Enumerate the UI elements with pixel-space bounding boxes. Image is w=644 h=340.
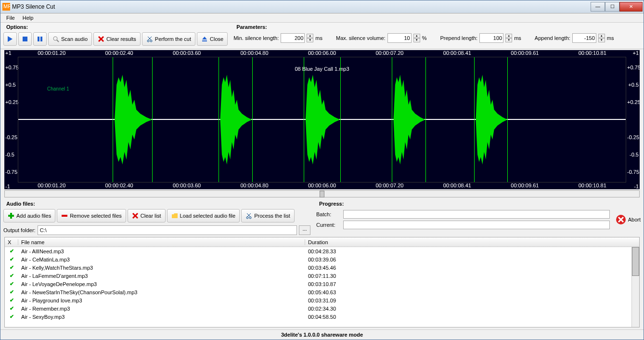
- svg-rect-3: [23, 37, 27, 41]
- waveform-burst: [219, 70, 252, 170]
- waveform-plot: 08 Blue Jay Call 1.mp3 Channel 1: [18, 57, 626, 183]
- scan-audio-button[interactable]: Scan audio: [48, 32, 92, 46]
- file-list-header: X File name Duration: [5, 237, 639, 247]
- check-icon: ✔: [5, 281, 18, 287]
- menu-help[interactable]: Help: [19, 14, 38, 22]
- app-icon: MP3: [2, 3, 10, 11]
- min-silence-spinner[interactable]: ▲▼: [307, 34, 313, 42]
- process-list-button[interactable]: Process the list: [241, 209, 295, 222]
- check-icon: ✔: [5, 305, 18, 312]
- window-close-button[interactable]: ✕: [619, 2, 643, 12]
- amplitude-scale-right: +1+0.75+0.5+0.25-0.25-0.5-0.75-1: [626, 50, 640, 189]
- table-row[interactable]: ✔Air - SexyBoy.mp300:04:58.50: [5, 313, 639, 321]
- max-vol-label: Max. silence volume:: [336, 35, 386, 41]
- waveform-burst: [474, 70, 507, 170]
- channel-label: Channel 1: [47, 86, 69, 92]
- svg-point-21: [246, 217, 248, 219]
- prepend-spinner[interactable]: ▲▼: [505, 34, 512, 42]
- current-label: Current:: [316, 222, 340, 228]
- titlebar: MP3 MP3 Silence Cut — ☐ ✕: [0, 0, 644, 13]
- check-icon: ✔: [5, 248, 18, 254]
- file-list: X File name Duration ✔Air - AllINeed.mp3…: [4, 237, 640, 327]
- check-icon: ✔: [5, 264, 18, 271]
- maximize-button[interactable]: ☐: [605, 2, 619, 12]
- cut-icon: [146, 36, 153, 42]
- svg-rect-18: [62, 215, 67, 217]
- col-x[interactable]: X: [5, 239, 18, 245]
- batch-progress: [343, 210, 610, 219]
- abort-button[interactable]: Abort: [628, 217, 641, 222]
- pause-button[interactable]: [33, 32, 47, 46]
- window-title: MP3 Silence Cut: [12, 3, 591, 10]
- minus-icon: [61, 212, 68, 219]
- table-row[interactable]: ✔Air - Kelly,WatchTheStars.mp300:03:45.4…: [5, 263, 639, 272]
- append-spinner[interactable]: ▲▼: [598, 34, 605, 42]
- table-row[interactable]: ✔Air - LaFemmeD'argent.mp300:07:11.30: [5, 272, 639, 280]
- table-row[interactable]: ✔Air - CeMatinLa.mp300:03:39.06: [5, 255, 639, 263]
- append-input[interactable]: [572, 33, 596, 43]
- add-files-button[interactable]: Add audio files: [3, 209, 55, 222]
- status-text: 3delite's 1.0.0.0 shareware mode: [281, 332, 363, 338]
- close-button[interactable]: Close: [197, 32, 228, 46]
- time-scale-top: 00:00:01.2000:00:02.4000:00:03.6000:00:0…: [18, 50, 626, 57]
- svg-rect-15: [202, 40, 207, 41]
- load-file-button[interactable]: Load selected audio file: [167, 209, 240, 222]
- min-silence-input[interactable]: [281, 33, 305, 43]
- browse-button[interactable]: ...: [299, 225, 310, 235]
- audio-files-label: Audio files:: [3, 199, 310, 208]
- svg-marker-14: [202, 37, 207, 39]
- svg-line-23: [247, 213, 251, 217]
- svg-point-10: [147, 40, 149, 42]
- output-folder-input[interactable]: [38, 225, 297, 235]
- svg-line-13: [148, 37, 151, 40]
- current-progress: [343, 221, 610, 229]
- table-row[interactable]: ✔Air - LeVoyageDePenelope.mp300:03:10.87: [5, 280, 639, 288]
- max-vol-input[interactable]: [387, 33, 412, 43]
- waveform-burst: [113, 70, 152, 170]
- table-row[interactable]: ✔Air - Playground love.mp300:03:31.09: [5, 296, 639, 304]
- waveform-burst: [304, 70, 340, 170]
- waveform-display[interactable]: +1+0.75+0.5+0.25-0.25-0.5-0.75-1 +1+0.75…: [4, 50, 640, 189]
- file-list-scrollbar[interactable]: [631, 247, 639, 327]
- perform-cut-button[interactable]: Perform the cut: [142, 32, 195, 46]
- waveform-scrollbar[interactable]: [4, 190, 640, 197]
- stop-button[interactable]: [18, 32, 32, 46]
- x-icon: [132, 212, 139, 219]
- statusbar: 3delite's 1.0.0.0 shareware mode: [0, 329, 644, 340]
- prepend-label: Prepend length:: [440, 35, 477, 41]
- svg-text:MP3: MP3: [3, 3, 10, 9]
- table-row[interactable]: ✔Air - NeweStarInTheSky(ChansonPourSolal…: [5, 288, 639, 296]
- prepend-input[interactable]: [479, 33, 503, 43]
- x-icon: [98, 36, 104, 42]
- menubar: File Help: [0, 13, 644, 23]
- scan-icon: [52, 36, 59, 42]
- folder-icon: [171, 212, 178, 219]
- svg-line-12: [148, 37, 152, 40]
- eject-icon: [201, 36, 208, 42]
- parameters-label: Parameters:: [233, 23, 641, 31]
- minimize-button[interactable]: —: [591, 2, 605, 12]
- clear-list-button[interactable]: Clear list: [128, 209, 166, 222]
- svg-marker-2: [8, 36, 13, 42]
- svg-point-11: [150, 40, 152, 42]
- output-folder-label: Output folder:: [3, 227, 36, 233]
- plus-icon: [8, 212, 14, 219]
- clear-results-button[interactable]: Clear results: [93, 32, 141, 46]
- svg-rect-4: [38, 37, 39, 41]
- svg-point-6: [53, 37, 57, 40]
- play-button[interactable]: [3, 32, 17, 46]
- max-vol-spinner[interactable]: ▲▼: [413, 34, 420, 42]
- table-row[interactable]: ✔Air - Remember.mp300:02:34.30: [5, 304, 639, 313]
- app-window: MP3 MP3 Silence Cut — ☐ ✕ File Help Opti…: [0, 0, 644, 340]
- progress-label: Progress:: [316, 199, 641, 208]
- menu-file[interactable]: File: [2, 14, 19, 22]
- batch-label: Batch:: [316, 211, 340, 217]
- remove-files-button[interactable]: Remove selected files: [57, 209, 126, 222]
- waveform-burst: [392, 70, 425, 170]
- svg-line-24: [247, 213, 250, 217]
- table-row[interactable]: ✔Air - AllINeed.mp300:04:28.33: [5, 247, 639, 255]
- col-duration[interactable]: Duration: [305, 239, 639, 245]
- process-icon: [245, 212, 252, 219]
- check-icon: ✔: [5, 297, 18, 303]
- col-filename[interactable]: File name: [18, 239, 305, 245]
